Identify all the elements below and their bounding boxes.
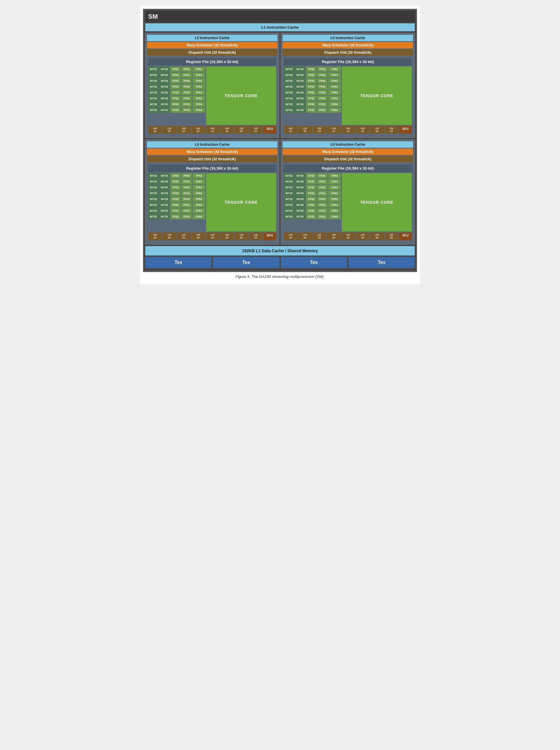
fp64-unit: FP64	[328, 214, 341, 219]
fp32-unit: FP32	[182, 107, 192, 113]
execution-area-0: INT32 INT32 FP32 FP32 FP64 INT32 INT32 F…	[148, 66, 276, 125]
int32-unit: INT32	[159, 84, 170, 89]
int-fp-col-3: INT32 INT32 FP32 FP32 FP64 INT32 INT32 F…	[284, 173, 341, 232]
execution-area-2: INT32 INT32 FP32 FP32 FP64 INT32 INT32 F…	[148, 173, 276, 232]
fp64-unit: FP64	[192, 173, 205, 178]
row-1: INT32 INT32 FP32 FP32 FP64	[148, 179, 205, 184]
ldst-unit: LD/ST	[327, 126, 341, 134]
fp32-unit: FP32	[182, 214, 192, 219]
fp64-unit: FP64	[192, 66, 205, 72]
fp32-unit: FP32	[182, 84, 192, 89]
sm-title: SM	[145, 11, 415, 22]
int32-unit: INT32	[295, 107, 305, 113]
int32-unit: INT32	[159, 202, 170, 208]
row-2: INT32 INT32 FP32 FP32 FP64	[148, 78, 205, 83]
int32-unit: INT32	[284, 78, 294, 83]
quad-grid: L0 Instruction Cache Warp Scheduler (32 …	[145, 33, 415, 244]
fp64-unit: FP64	[328, 78, 341, 83]
int32-unit: INT32	[284, 208, 294, 213]
ldst-unit: LD/ST	[385, 126, 398, 134]
fp64-unit: FP64	[328, 73, 341, 78]
int32-unit: INT32	[159, 179, 170, 184]
int32-unit: INT32	[148, 208, 159, 213]
sfu-unit-3: SFU	[399, 232, 412, 240]
int-fp-col-1: INT32 INT32 FP32 FP32 FP64 INT32 INT32 F…	[284, 66, 341, 125]
row-2: INT32 INT32 FP32 FP32 FP64	[148, 185, 205, 190]
fp64-unit: FP64	[328, 173, 341, 178]
fp32-unit: FP32	[182, 208, 192, 213]
register-file-area-0: Register File (16,384 x 32-bit) INT32 IN…	[147, 57, 277, 135]
row-4: INT32 INT32 FP32 FP32 FP64	[148, 196, 205, 202]
int32-unit: INT32	[148, 107, 159, 113]
fp64-unit: FP64	[328, 90, 341, 95]
fp32-unit: FP32	[306, 66, 316, 72]
fp32-unit: FP32	[182, 96, 192, 101]
tensor-core-0: TENSOR CORE	[206, 66, 276, 125]
ldst-sfu-row-2: LD/ST LD/ST LD/ST LD/ST LD/ST LD/ST LD/S…	[148, 232, 276, 240]
fp32-unit: FP32	[170, 185, 181, 190]
fp32-unit: FP32	[317, 191, 328, 196]
fp32-unit: FP32	[317, 73, 328, 78]
int32-unit: INT32	[159, 73, 170, 78]
row-3: INT32 INT32 FP32 FP32 FP64	[284, 84, 341, 89]
fp32-unit: FP32	[317, 96, 328, 101]
fp32-unit: FP32	[182, 196, 192, 202]
fp32-unit: FP32	[170, 90, 181, 95]
int32-unit: INT32	[159, 102, 170, 107]
row-6: INT32 INT32 FP32 FP32 FP64	[284, 102, 341, 107]
int32-unit: INT32	[295, 66, 305, 72]
fp64-unit: FP64	[328, 185, 341, 190]
tex-unit-1: Tex	[213, 257, 279, 268]
int32-unit: INT32	[284, 173, 294, 178]
tex-unit-2: Tex	[281, 257, 347, 268]
fp32-unit: FP32	[182, 185, 192, 190]
register-file-area-3: Register File (16,384 x 32-bit) INT32 IN…	[283, 163, 413, 241]
int32-unit: INT32	[148, 78, 159, 83]
register-file-label-3: Register File (16,384 x 32-bit)	[284, 165, 412, 172]
int32-unit: INT32	[284, 214, 294, 219]
fp32-unit: FP32	[306, 191, 316, 196]
ldst-unit: LD/ST	[177, 232, 191, 240]
fp32-unit: FP32	[170, 196, 181, 202]
row-3: INT32 INT32 FP32 FP32 FP64	[148, 84, 205, 89]
fp32-unit: FP32	[306, 196, 316, 202]
register-file-label-2: Register File (16,384 x 32-bit)	[148, 165, 276, 172]
int32-unit: INT32	[148, 196, 159, 202]
fp64-unit: FP64	[328, 196, 341, 202]
int32-unit: INT32	[284, 66, 294, 72]
int32-unit: INT32	[295, 173, 305, 178]
fp64-unit: FP64	[192, 90, 205, 95]
l0-cache-2: L0 Instruction Cache	[147, 141, 277, 148]
row-1: INT32 INT32 FP32 FP32 FP64	[284, 179, 341, 184]
ldst-sfu-row-0: LD/ST LD/ST LD/ST LD/ST LD/ST LD/ST LD/S…	[148, 126, 276, 134]
int32-unit: INT32	[284, 191, 294, 196]
fp32-unit: FP32	[306, 202, 316, 208]
fp64-unit: FP64	[328, 107, 341, 113]
fp32-unit: FP32	[306, 179, 316, 184]
int32-unit: INT32	[159, 208, 170, 213]
fp64-unit: FP64	[192, 107, 205, 113]
int32-unit: INT32	[295, 208, 305, 213]
row-3: INT32 INT32 FP32 FP32 FP64	[148, 191, 205, 196]
fp32-unit: FP32	[182, 191, 192, 196]
ldst-unit: LD/ST	[234, 126, 248, 134]
row-2: INT32 INT32 FP32 FP32 FP64	[284, 78, 341, 83]
int32-unit: INT32	[148, 179, 159, 184]
int32-unit: INT32	[295, 90, 305, 95]
row-4: INT32 INT32 FP32 FP32 FP64	[284, 90, 341, 95]
l0-cache-1: L0 Instruction Cache	[283, 35, 413, 41]
row-4: INT32 INT32 FP32 FP32 FP64	[148, 90, 205, 95]
fp32-unit: FP32	[306, 208, 316, 213]
int32-unit: INT32	[159, 96, 170, 101]
sm-container: SM L1 Instruction Cache L0 Instruction C…	[143, 9, 417, 272]
row-5: INT32 INT32 FP32 FP32 FP64	[148, 96, 205, 101]
tensor-core-2: TENSOR CORE	[206, 173, 276, 232]
row-2: INT32 INT32 FP32 FP32 FP64	[284, 185, 341, 190]
int32-unit: INT32	[159, 191, 170, 196]
fp64-unit: FP64	[192, 214, 205, 219]
int32-unit: INT32	[159, 90, 170, 95]
sub-processor-0: L0 Instruction Cache Warp Scheduler (32 …	[145, 33, 279, 138]
int32-unit: INT32	[159, 78, 170, 83]
sfu-unit-2: SFU	[263, 232, 276, 240]
fp32-unit: FP32	[170, 84, 181, 89]
